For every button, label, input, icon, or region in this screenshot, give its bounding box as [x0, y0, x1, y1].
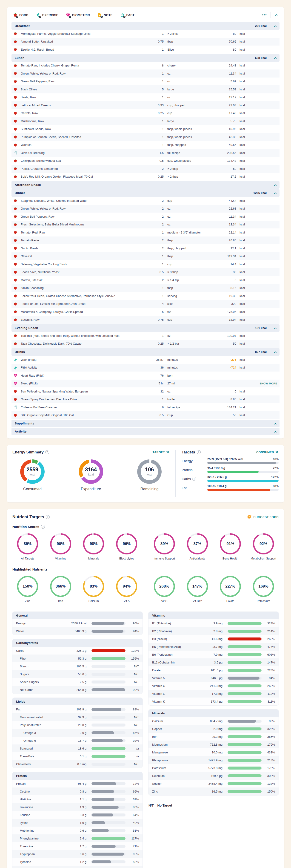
chevron-up-icon[interactable] [273, 430, 277, 433]
nutrient-row[interactable]: B3 (Niacin) 41.6 mg 260% [149, 635, 279, 643]
collapse-diary-button[interactable] [274, 13, 278, 17]
diary-row[interactable]: Beets, Raw 1 oz 12.19 kcal [11, 93, 280, 101]
nutrient-row[interactable]: Added Sugars 2.5 g N/T [12, 678, 142, 686]
nutrient-row[interactable]: Phenylalanine 2.4 g 117% [12, 834, 142, 842]
chevron-up-icon[interactable] [273, 183, 277, 187]
target-toggle-link[interactable]: TARGET [153, 450, 169, 454]
diary-row[interactable]: Tomato Raw, Includes Cherry, Grape, Roma… [11, 62, 280, 70]
diary-row[interactable]: Garlic, Fresh 2 tbsp, chopped 22.1 kcal [11, 244, 280, 252]
help-icon[interactable]: ? [45, 450, 49, 454]
section-header-evening-snack[interactable]: Evening Snack 181 kcal [11, 324, 280, 332]
diary-row[interactable]: Follow Your Heart, Grated Cheese Alterna… [11, 292, 280, 300]
nutrient-row[interactable]: Trans-Fats 0.1 g n/a [12, 752, 142, 760]
diary-row[interactable]: Chickpeas, Boiled without Salt 0.5 cup, … [11, 157, 280, 165]
chevron-up-icon[interactable] [273, 327, 277, 330]
nutrient-row[interactable]: Net Carbs 264.8 g 99% [12, 686, 142, 693]
nutrient-row[interactable]: Water 3465.9 g 94% [12, 627, 142, 635]
diary-row[interactable]: Coffee w Fat Free Creamer 6 full recipe … [11, 403, 280, 411]
help-icon[interactable]: ? [41, 525, 45, 529]
section-header-breakfast[interactable]: Breakfast 231 kcal [11, 22, 280, 30]
diary-row[interactable]: Food For Life, Ezekiel 4:9, Sprouted Gra… [11, 300, 280, 308]
diary-row[interactable]: Mccormick & Company, Lawry's, Garlic Spr… [11, 308, 280, 316]
tab-fast[interactable]: + FAST [120, 13, 134, 17]
section-header-dinner[interactable]: Dinner 1266 kcal [11, 189, 280, 197]
help-icon[interactable]: ? [197, 450, 201, 454]
nutrient-row[interactable]: Vitamin E 17.8 mg 118% [149, 690, 279, 698]
section-header-drinks[interactable]: Drinks -807 kcal [11, 348, 280, 356]
nutrient-row[interactable]: Omega-3 2.0 g 66% [12, 729, 142, 737]
section-header-lunch[interactable]: Lunch 688 kcal [11, 54, 280, 62]
diary-row[interactable]: Fitbit Activity 36 minutes -724 kcal [11, 364, 280, 372]
nutrient-row[interactable]: B5 (Pantothenic Acid) 23.7 mg 474% [149, 643, 279, 651]
chevron-up-icon[interactable] [273, 350, 277, 353]
diary-row[interactable]: Olive Oil Dressing 1.5 full recipe 208.5… [11, 149, 280, 157]
nutrient-row[interactable]: Fiber 59.3 g 156% [12, 654, 142, 662]
diary-row[interactable]: Sleep (Fitbit) 5 hr 27 min SHOW MORE [11, 380, 280, 388]
tab-note[interactable]: + NOTE [97, 13, 112, 17]
diary-row[interactable]: Tomato Paste 2 tbsp 26.85 kcal [11, 237, 280, 245]
diary-row[interactable]: Spaghetti Noodles, White, Cooked in Salt… [11, 197, 280, 205]
nutrient-row[interactable]: Phosphorus 1491.9 mg 213% [149, 756, 279, 764]
diary-row[interactable]: Black Olives 5 large 25.52 kcal [11, 85, 280, 93]
diary-row[interactable]: Sunflower Seeds, Raw 1 tbsp, whole piece… [11, 125, 280, 133]
nutrient-row[interactable]: Magnesium 752.8 mg 179% [149, 741, 279, 748]
nutrient-row[interactable]: Sodium 3458.4 mg 138% [149, 780, 279, 787]
diary-row[interactable]: Silk, Organic Soy Milk, Original, 100 Ca… [11, 411, 280, 420]
diary-row[interactable]: Heart Rate (Fitbit) 76 bpm [11, 372, 280, 380]
nutrient-row[interactable]: Histidine 1.1 g 67% [12, 795, 142, 803]
nutrient-row[interactable]: Selenium 169.6 µg 308% [149, 772, 279, 780]
nutrient-row[interactable]: Saturated 18.6 g n/a [12, 744, 142, 752]
tab-biometric[interactable]: + BIOMETRIC [66, 13, 90, 17]
diary-row[interactable]: Zucchini, Raw 0.75 cup 18.94 kcal [11, 316, 280, 324]
nutrient-row[interactable]: Potassium 5773.8 mg 170% [149, 764, 279, 772]
nutrient-row[interactable]: B6 (Pyridoxine) 7.9 mg 608% [149, 651, 279, 658]
nutrient-row[interactable]: Starch 106.5 g N/T [12, 662, 142, 670]
more-options-button[interactable]: ••• [262, 14, 267, 16]
diary-row[interactable]: Onion, White, Yellow or Red, Raw 2 oz 22… [11, 205, 280, 213]
help-icon[interactable]: ? [46, 515, 50, 519]
diary-row[interactable]: Bob's Red Mill, Organic Golden Flaxseed … [11, 173, 280, 181]
nutrient-row[interactable]: Calcium 834.7 mg 83% [149, 717, 279, 725]
diary-row[interactable]: Carrots, Raw 0.25 cup 17.43 kcal [11, 109, 280, 117]
section-header-afternoon-snack[interactable]: Afternoon Snack [11, 181, 280, 189]
nutrient-row[interactable]: Omega-6 15.7 g 92% [12, 737, 142, 744]
chevron-up-icon[interactable] [273, 24, 277, 28]
nutrient-row[interactable]: Leucine 3.3 g 64% [12, 811, 142, 819]
nutrient-row[interactable]: Cystine 0.8 g 66% [12, 787, 142, 795]
section-header-suppliments[interactable]: Suppliments [11, 420, 280, 427]
nutrient-row[interactable]: B12 (Cobalamin) 3.5 µg 147% [149, 658, 279, 666]
nutrient-row[interactable]: Protein 95.4 g 72% [12, 780, 142, 787]
nutrient-row[interactable]: Fat 103.9 g 88% [12, 705, 142, 713]
suggest-food-button[interactable]: ?SUGGEST FOOD [247, 515, 279, 520]
diary-row[interactable]: Almond Butter, Unsalted 0.75 tbsp 70.66 … [11, 38, 280, 46]
diary-row[interactable]: Fresh Selections, Baby Bella Sliced Mush… [11, 221, 280, 229]
nutrient-row[interactable]: Tryptophan 0.6 g 95% [12, 850, 142, 858]
diary-row[interactable]: Morningstar Farms, Veggie Breakfast Saus… [11, 30, 280, 38]
nutrient-row[interactable]: Vitamin C 241.3 mg 268% [149, 682, 279, 690]
diary-row[interactable]: Lettuce, Mixed Greens 3.93 cup, chopped … [11, 101, 280, 109]
diary-row[interactable]: Onion, White, Yellow or Red, Raw 1 oz 11… [11, 69, 280, 78]
nutrient-row[interactable]: Vitamin A 846.5 µg 94% [149, 674, 279, 682]
nutrient-row[interactable]: Iron 29.3 mg 366% [149, 733, 279, 741]
nutrient-row[interactable]: Tyrosine 1.2 g 58% [12, 858, 142, 866]
diary-row[interactable]: San Pellegrino, Natural Sparkling Water,… [11, 388, 280, 396]
nutrient-row[interactable]: B2 (Riboflavin) 2.8 mg 214% [149, 627, 279, 635]
chevron-up-icon[interactable] [273, 191, 277, 195]
diary-row[interactable]: Italian Seasoning 1 tbsp 8.16 kcal [11, 284, 280, 292]
nutrient-row[interactable]: Methionine 0.6 g 51% [12, 827, 142, 834]
diary-row[interactable]: Walnuts 1 tbsp, chopped 49.65 kcal [11, 141, 280, 149]
nutrient-row[interactable]: Polyunsaturated 20.0 g N/T [12, 721, 142, 729]
chevron-up-icon[interactable] [273, 422, 277, 425]
nutrient-row[interactable]: Folate 911.6 µg 228% [149, 666, 279, 674]
diary-row[interactable]: Morton, Lite Salt 2 × 1/4 tsp 0 kcal [11, 276, 280, 284]
nutrient-row[interactable]: Threonine 1.7 g 71% [12, 842, 142, 850]
chevron-up-icon[interactable] [273, 56, 277, 59]
nutrient-row[interactable]: Lysine 1.9 g 40% [12, 819, 142, 827]
diary-row[interactable]: Green Bell Peppers, Raw 1 oz 5.67 kcal [11, 78, 280, 86]
tab-exercise[interactable]: + EXERCISE [36, 13, 58, 17]
diary-row[interactable]: Walk (Fitbit) 35.87 minutes -276 kcal [11, 356, 280, 364]
diary-row[interactable]: Ezekiel 4:9, Raisin Bread 1 Slice 80 kca… [11, 45, 280, 54]
diary-row[interactable]: Tomato, Red, Raw 1 medium - 2 3/5" diame… [11, 228, 280, 237]
nutrient-row[interactable]: Zinc 16.5 mg 150% [149, 787, 279, 795]
nutrient-row[interactable]: Monounsaturated 39.9 g N/T [12, 713, 142, 721]
